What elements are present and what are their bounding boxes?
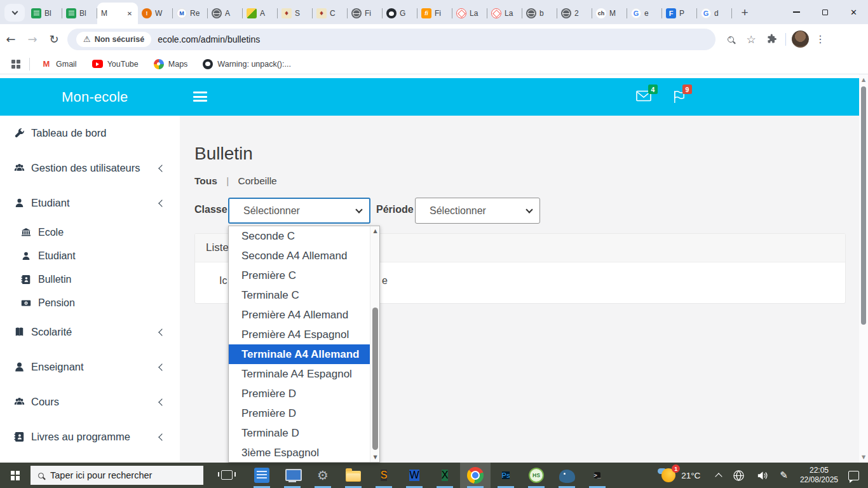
- scroll-up-icon[interactable]: ▲: [859, 77, 868, 83]
- taskbar-app-button[interactable]: [338, 463, 369, 488]
- browser-tab[interactable]: M: [97, 3, 138, 24]
- profile-avatar[interactable]: [790, 29, 810, 50]
- browser-tab[interactable]: Fi: [417, 3, 452, 24]
- scroll-down-icon[interactable]: ▼: [859, 454, 868, 460]
- bookmark-item[interactable]: Gmail: [41, 59, 77, 69]
- sidebar-item[interactable]: Etudiant: [0, 244, 180, 268]
- apps-grid-icon[interactable]: [11, 60, 20, 69]
- taskbar-search-box[interactable]: Taper ici pour rechercher: [31, 466, 203, 485]
- dropdown-option[interactable]: Terminale A4 Espagnol: [229, 364, 370, 384]
- dropdown-option[interactable]: Première C: [229, 266, 370, 285]
- browser-tab[interactable]: M: [592, 3, 627, 24]
- sidebar-item[interactable]: Etudiant: [0, 186, 180, 220]
- sidebar-item[interactable]: Gestion des utilisateurs: [0, 151, 180, 186]
- sidebar-item[interactable]: Bulletin: [0, 268, 180, 291]
- browser-tab[interactable]: e: [627, 3, 662, 24]
- task-view-button[interactable]: [221, 470, 233, 480]
- messages-button[interactable]: 4: [636, 90, 651, 104]
- browser-tab[interactable]: S: [278, 3, 313, 24]
- browser-tab[interactable]: W: [138, 3, 173, 24]
- taskbar-app-button[interactable]: [460, 463, 491, 488]
- scroll-down-icon[interactable]: ▼: [370, 454, 380, 460]
- browser-tab[interactable]: La: [452, 3, 487, 24]
- weather-icon[interactable]: 1: [661, 468, 676, 483]
- dropdown-option[interactable]: Première A4 Espagnol: [229, 325, 370, 344]
- periode-select[interactable]: Sélectionner: [415, 198, 540, 224]
- filter-trash-link[interactable]: Corbeille: [238, 175, 277, 186]
- dropdown-scroll-thumb[interactable]: [372, 308, 378, 450]
- tab-close-icon[interactable]: [125, 9, 134, 18]
- bookmark-item[interactable]: Maps: [154, 59, 188, 69]
- taskbar-app-button[interactable]: Ps: [491, 463, 521, 488]
- browser-tab[interactable]: Fi: [348, 3, 383, 24]
- network-globe-icon[interactable]: [733, 470, 745, 482]
- volume-icon[interactable]: [756, 470, 768, 482]
- dropdown-option[interactable]: 3ième Espagnol: [229, 443, 370, 463]
- taskbar-app-button[interactable]: [247, 463, 277, 488]
- taskbar-app-button[interactable]: HS: [521, 463, 552, 488]
- classe-select[interactable]: Sélectionner: [228, 198, 370, 224]
- page-scrollbar[interactable]: ▲ ▼: [859, 74, 868, 463]
- start-button[interactable]: [0, 463, 31, 488]
- browser-menu-icon[interactable]: ⋮: [810, 29, 831, 50]
- browser-tab[interactable]: Bl: [62, 3, 97, 24]
- browser-tab[interactable]: G: [383, 3, 417, 24]
- taskbar-app-button[interactable]: >_: [582, 463, 613, 488]
- app-brand[interactable]: Mon-ecole: [62, 89, 128, 105]
- sidebar-item[interactable]: Ecole: [0, 220, 180, 244]
- back-button[interactable]: ←: [0, 29, 22, 50]
- browser-tab[interactable]: P: [662, 3, 697, 24]
- minimize-button[interactable]: [782, 0, 811, 24]
- browser-tab[interactable]: Bl: [27, 3, 62, 24]
- reload-button[interactable]: ↻: [43, 29, 65, 50]
- dropdown-option[interactable]: Terminale D: [229, 423, 370, 443]
- dropdown-option[interactable]: Première D: [229, 403, 370, 423]
- browser-tab[interactable]: La: [487, 3, 522, 24]
- filter-all-link[interactable]: Tous: [194, 175, 217, 186]
- new-tab-button[interactable]: +: [736, 4, 754, 22]
- action-center-icon[interactable]: [848, 471, 859, 480]
- close-button[interactable]: ✕: [839, 0, 868, 24]
- pen-icon[interactable]: ✎: [780, 470, 788, 481]
- tray-expand-button[interactable]: [716, 471, 721, 479]
- forward-button[interactable]: →: [22, 29, 43, 50]
- security-chip[interactable]: ⚠ Non sécurisé: [76, 32, 151, 47]
- browser-tab[interactable]: A: [208, 3, 243, 24]
- taskbar-app-button[interactable]: [277, 463, 308, 488]
- taskbar-app-button[interactable]: [552, 463, 582, 488]
- scroll-up-icon[interactable]: ▲: [370, 228, 380, 234]
- dropdown-scrollbar[interactable]: ▲ ▼: [370, 226, 379, 462]
- browser-tab[interactable]: b: [522, 3, 557, 24]
- browser-tab[interactable]: Re: [173, 3, 208, 24]
- browser-tab[interactable]: C: [313, 3, 348, 24]
- tab-search-button[interactable]: [4, 4, 25, 22]
- dropdown-option[interactable]: Seconde A4 Allemand: [229, 246, 370, 266]
- bookmark-item[interactable]: YouTube: [92, 60, 139, 69]
- taskbar-app-button[interactable]: X: [430, 463, 460, 488]
- sidebar-item[interactable]: Pension: [0, 291, 180, 315]
- notifications-button[interactable]: 9: [672, 90, 686, 106]
- dropdown-option[interactable]: Seconde C: [229, 226, 370, 246]
- browser-tab[interactable]: A: [243, 3, 278, 24]
- sidebar-item[interactable]: Livres au programme: [0, 419, 180, 454]
- sidebar-item[interactable]: Scolarité: [0, 315, 180, 349]
- page-scroll-thumb[interactable]: [861, 86, 866, 325]
- temperature-label[interactable]: 21°C: [681, 471, 700, 480]
- sidebar-item[interactable]: Tableau de bord: [0, 116, 180, 151]
- hamburger-menu-icon[interactable]: [193, 92, 207, 104]
- sidebar-item[interactable]: Enseignant: [0, 349, 180, 384]
- zoom-indicator-icon[interactable]: [721, 29, 741, 50]
- browser-tab[interactable]: d: [697, 3, 732, 24]
- taskbar-app-button[interactable]: ⚙: [308, 463, 338, 488]
- dropdown-option[interactable]: Première A4 Allemand: [229, 305, 370, 325]
- sidebar-item[interactable]: Cours: [0, 384, 180, 419]
- dropdown-option[interactable]: Première D: [229, 384, 370, 403]
- taskbar-app-button[interactable]: W: [399, 463, 430, 488]
- dropdown-option[interactable]: Terminale C: [229, 285, 370, 305]
- extensions-icon[interactable]: [761, 29, 782, 50]
- clock[interactable]: 22:05 22/08/2025: [800, 466, 838, 485]
- address-bar[interactable]: ⚠ Non sécurisé ecole.com/admin/bulletins: [67, 29, 715, 50]
- taskbar-app-button[interactable]: S: [369, 463, 399, 488]
- bookmark-star-icon[interactable]: ☆: [741, 29, 761, 50]
- bookmark-item[interactable]: Warning: unpack():...: [203, 59, 291, 69]
